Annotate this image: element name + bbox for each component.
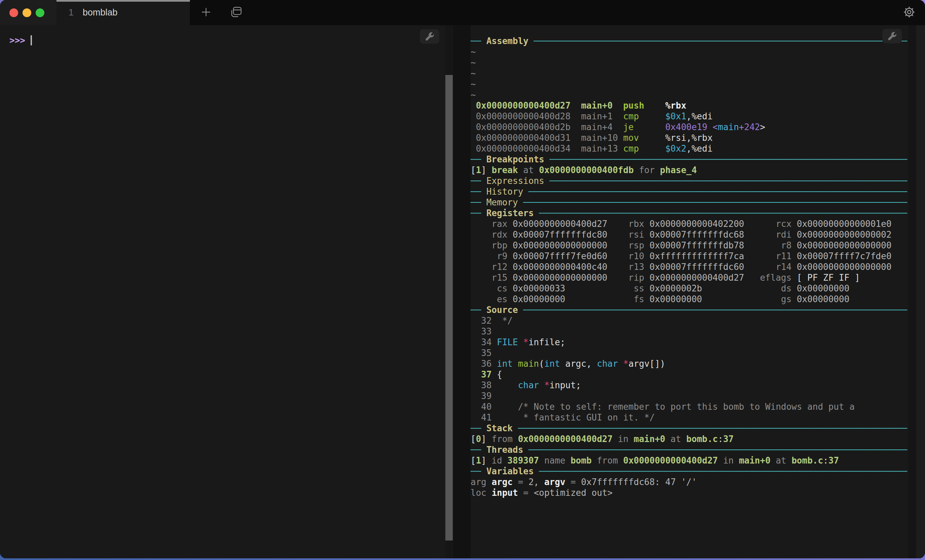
- text-segment: argv: [544, 477, 565, 487]
- register-row: rax 0x0000000000400d27 rbx 0x00000000004…: [470, 218, 917, 229]
- minimize-button[interactable]: [23, 8, 31, 17]
- text-segment: ────────────────────────────────────────…: [534, 208, 907, 218]
- text-segment: ~: [470, 79, 476, 89]
- settings-button[interactable]: [903, 6, 916, 20]
- text-segment: cmp: [623, 143, 665, 154]
- text-segment: ────────────────────────────────────────…: [534, 466, 907, 476]
- text-segment: ────────────────────────────────────────…: [528, 36, 907, 46]
- text-segment: ]: [481, 434, 487, 444]
- text-segment: in: [718, 455, 739, 465]
- gdb-dashboard-pane[interactable]: ── Assembly ────────────────────────────…: [470, 25, 925, 558]
- section-header-history: ── History ─────────────────────────────…: [470, 186, 917, 197]
- text-segment: argc,: [560, 359, 597, 369]
- text-segment: argv[]): [628, 359, 666, 369]
- text-segment: *: [523, 337, 529, 347]
- assembly-row: 0x0000000000400d27 main+0 push %rbx: [470, 100, 917, 111]
- text-segment: phase_4: [660, 165, 697, 175]
- text-segment: 34: [470, 337, 497, 347]
- tab-overview-icon: [230, 5, 243, 20]
- text-segment: 0xfffffffffffff7ca: [649, 251, 744, 261]
- text-segment: [: [470, 455, 476, 465]
- register-row: rdx 0x00007fffffffdc80 rsi 0x00007ffffff…: [470, 229, 917, 240]
- text-segment: ~: [470, 47, 476, 57]
- text-segment: at: [665, 434, 686, 444]
- section-entry: arg argc = 2, argv = 0x7fffffffdc68: 47 …: [470, 477, 917, 488]
- text-segment: cs: [470, 283, 512, 294]
- source-line: 37 {: [470, 369, 917, 380]
- text-segment: es: [470, 294, 512, 304]
- text-segment: 0x0000000000400d27: [623, 455, 718, 465]
- text-segment: 0x0000000000400d27 main+0: [470, 101, 623, 111]
- terminal-pane[interactable]: >>>: [0, 25, 453, 558]
- zoom-button[interactable]: [36, 8, 44, 17]
- left-scrollbar-thumb[interactable]: [445, 75, 453, 540]
- text-segment: ,%edi: [686, 143, 713, 154]
- empty-line-marker: ~: [470, 68, 917, 79]
- text-segment: :: [823, 455, 829, 465]
- traffic-lights: [0, 0, 56, 25]
- text-segment: 0x0000000000400d2b main+4: [470, 122, 623, 132]
- text-segment: char: [597, 359, 618, 369]
- text-segment: ──: [470, 208, 487, 218]
- text-segment: arg: [470, 477, 492, 487]
- text-segment: 0x00000000: [512, 294, 607, 304]
- section-header-stack: ── Stack ───────────────────────────────…: [470, 423, 917, 434]
- text-segment: ss: [607, 283, 649, 294]
- text-segment: 41: [470, 412, 497, 423]
- text-segment: fs: [607, 294, 649, 304]
- register-row: r9 0x00007ffff7fe0d60 r10 0xffffffffffff…: [470, 251, 917, 262]
- text-segment: ────────────────────────────────────────…: [544, 176, 907, 186]
- text-segment: from: [592, 455, 623, 465]
- tab-overview-button[interactable]: [230, 5, 243, 20]
- text-segment: * fantastic GUI on it. */: [497, 412, 655, 423]
- text-segment: 0: [476, 434, 481, 444]
- text-segment: [487, 165, 492, 175]
- text-segment: ,%edi: [686, 111, 713, 121]
- text-segment: 36: [470, 359, 497, 369]
- text-segment: [497, 380, 518, 390]
- text-segment: bomb: [570, 455, 592, 465]
- text-segment: [539, 380, 544, 390]
- right-pane-settings-button[interactable]: [882, 29, 902, 44]
- text-segment: r10: [607, 251, 649, 261]
- close-button[interactable]: [9, 8, 18, 17]
- right-scrollbar-track: [908, 25, 916, 558]
- text-segment: ────────────────────────────────────────…: [518, 197, 907, 208]
- text-segment: from: [487, 434, 518, 444]
- left-pane-settings-button[interactable]: [420, 29, 439, 44]
- source-line: 32 */: [470, 315, 917, 326]
- text-segment: 0x0000000000400d28 main+1: [470, 111, 623, 121]
- text-segment: int: [544, 359, 560, 369]
- text-segment: $0x2: [665, 143, 686, 154]
- text-segment: 37: [829, 455, 839, 465]
- text-segment: 0x400e19 <: [665, 122, 718, 132]
- empty-line-marker: ~: [470, 79, 917, 89]
- text-segment: gs: [744, 294, 797, 304]
- text-segment: 0x00000000000001e0: [797, 219, 892, 229]
- assembly-row: 0x0000000000400d31 main+10 mov %rsi,%rbx: [470, 132, 917, 143]
- text-segment: *: [544, 380, 550, 390]
- pane-divider: [453, 25, 470, 558]
- text-segment: rbx: [607, 219, 649, 229]
- text-segment: char: [518, 380, 539, 390]
- text-segment: Stack: [487, 423, 512, 433]
- new-tab-button[interactable]: [200, 6, 212, 19]
- text-segment: r14: [744, 262, 797, 272]
- text-segment: 0x0000000000400fdb: [539, 165, 634, 175]
- text-segment: 0x00007fffffffdc68: [649, 230, 744, 240]
- tab-bomblab[interactable]: 1 bomblab: [56, 0, 190, 25]
- right-pane-edge: [916, 25, 925, 558]
- source-line: 38 char *input;: [470, 380, 917, 391]
- text-segment: mov: [623, 133, 665, 143]
- source-line: 35: [470, 348, 917, 358]
- text-segment: 37: [723, 434, 734, 444]
- text-segment: input;: [550, 380, 581, 390]
- text-segment: push: [623, 101, 665, 111]
- section-header-registers: ── Registers ───────────────────────────…: [470, 208, 917, 218]
- source-line: 34 FILE *infile;: [470, 337, 917, 348]
- register-row: cs 0x00000033 ss 0x0000002b ds 0x0000000…: [470, 283, 917, 294]
- source-line: 39: [470, 391, 917, 401]
- text-segment: for: [634, 165, 660, 175]
- section-header-expressions: ── Expressions ─────────────────────────…: [470, 175, 917, 186]
- text-segment: <optimized out>: [534, 488, 613, 498]
